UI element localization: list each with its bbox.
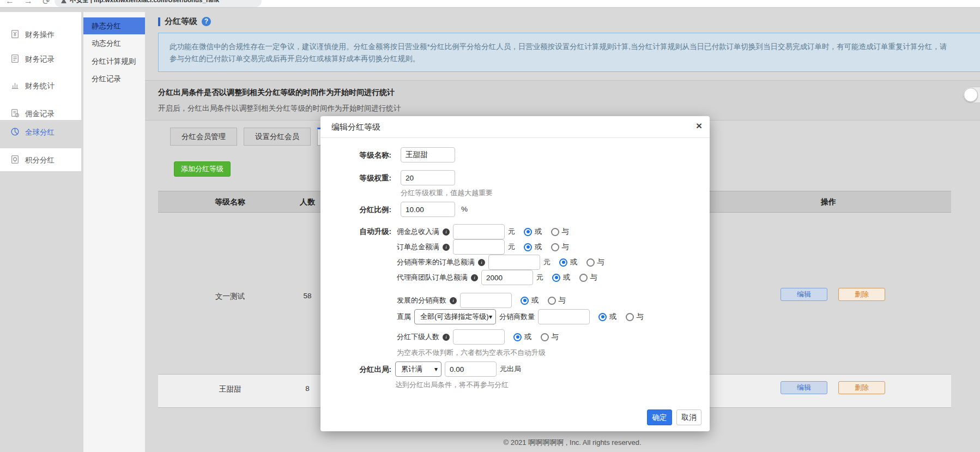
delete-button[interactable]: 删除	[838, 288, 885, 301]
auto-upgrade-row-direct-distributors: 直属 全部(可选择指定等级) ▾ 分销商数量 或 与	[397, 309, 644, 324]
direct-level-select[interactable]: 全部(可选择指定等级) ▾	[414, 309, 496, 324]
auto-upgrade-label: 自动升级:	[320, 227, 391, 237]
stat-setting-panel: 分红出局条件是否以调整到相关分红等级的时间作为开始时间进行统计 开启后，分红出局…	[145, 80, 980, 120]
yuan-suffix: 元	[508, 227, 515, 237]
forward-icon[interactable]: →	[24, 0, 33, 6]
distributor-order-total-input[interactable]	[488, 255, 540, 270]
yuan-suffix: 元	[536, 273, 543, 282]
chevron-down-icon: ▾	[434, 365, 438, 373]
radio-and[interactable]	[586, 258, 595, 267]
agent-team-order-total-input[interactable]	[481, 270, 533, 285]
select-value: 全部(可选择指定等级)	[420, 312, 489, 322]
order-total-input[interactable]	[453, 239, 505, 255]
commission-total-input[interactable]	[453, 224, 505, 239]
cell-level-name: 王甜甜	[205, 384, 255, 394]
info-icon[interactable]: i	[471, 274, 478, 281]
auto-upgrade-row-order-amount: 订单总金额满 i 元 或 与	[397, 239, 569, 255]
radio-or-label: 或	[531, 296, 539, 305]
tab-bonus-member-manage[interactable]: 分红会员管理	[170, 128, 237, 146]
bonus-out-label: 分红出局:	[320, 365, 391, 375]
stat-setting-title: 分红出局条件是否以调整到相关分红等级的时间作为开始时间进行统计	[158, 88, 395, 98]
level-name-input[interactable]	[401, 147, 455, 162]
level-weight-label: 等级权重:	[320, 173, 391, 183]
help-icon[interactable]: ?	[202, 17, 211, 26]
sidebar-item-label: 全球分红	[25, 128, 55, 137]
radio-or[interactable]	[521, 297, 529, 305]
radio-or-label: 或	[524, 332, 532, 342]
sidebar-item-global-bonus[interactable]: 全球分红	[0, 127, 81, 137]
notice-line-2: 参与分红的已付款订单交易完成后再开启分红或核算好成本再切换分红规则。	[170, 53, 980, 65]
modal-title: 编辑分红等级	[331, 122, 380, 132]
weight-hint: 分红等级权重，值越大越重要	[401, 188, 493, 198]
sidebar-item-finance-records[interactable]: 财务记录	[0, 54, 81, 64]
address-url[interactable]: 不安全 | mp.wxixiwxienxiaci.com/User/bonus_…	[70, 0, 219, 6]
notice-line-1: 此功能在微信中的合规性存在一定争议，建议谨慎使用。分红金额将按日营业额*分红比例…	[170, 41, 980, 53]
submenu-item-static-bonus[interactable]: 静态分红	[83, 17, 145, 34]
info-icon[interactable]: i	[478, 259, 485, 266]
back-icon[interactable]: ←	[5, 0, 14, 6]
yuan-suffix: 元	[543, 257, 551, 267]
page-title-bar: 分红等级 ?	[158, 16, 211, 27]
tab-set-bonus-member[interactable]: 设置分红会员	[244, 128, 311, 146]
sidebar-item-commission-records[interactable]: 佣金记录	[0, 109, 81, 118]
bonus-ratio-label: 分红比例:	[320, 205, 391, 215]
direct-distributor-count-input[interactable]	[538, 309, 590, 324]
info-icon[interactable]: i	[443, 244, 450, 251]
close-icon[interactable]: ×	[696, 120, 702, 131]
cancel-button[interactable]: 取消	[676, 409, 701, 425]
yuan-suffix: 元	[508, 242, 515, 252]
confirm-button[interactable]: 确定	[647, 409, 672, 425]
radio-and[interactable]	[548, 297, 556, 305]
submenu-item-bonus-records[interactable]: 分红记录	[83, 74, 145, 84]
sidebar-item-points-bonus[interactable]: 积分分红	[0, 155, 81, 165]
radio-or[interactable]	[524, 228, 532, 236]
radio-and-label: 与	[637, 312, 644, 322]
auto-upgrade-row-distributor-orders: 分销商带来的订单总额满 i 元 或 与	[397, 255, 604, 270]
edit-button[interactable]: 编辑	[781, 381, 827, 394]
radio-and[interactable]	[579, 274, 588, 282]
sidebar-item-finance-ops[interactable]: 财务操作	[0, 29, 81, 39]
sidebar-item-finance-stats[interactable]: 财务统计	[0, 81, 81, 91]
radio-and[interactable]	[541, 333, 549, 341]
info-icon[interactable]: i	[443, 228, 450, 236]
bonus-subordinate-count-input[interactable]	[453, 329, 505, 345]
bonus-out-mode-select[interactable]: 累计满 ▾	[395, 361, 441, 377]
sidebar-item-label: 佣金记录	[25, 109, 55, 119]
radio-and[interactable]	[626, 313, 634, 321]
edit-button[interactable]: 编辑	[781, 288, 827, 301]
bonus-ratio-input[interactable]	[401, 202, 455, 217]
radio-or[interactable]	[559, 258, 567, 267]
submenu-item-dynamic-bonus[interactable]: 动态分红	[83, 39, 145, 49]
toggle-knob	[964, 88, 978, 102]
developed-distributor-count-input[interactable]	[460, 293, 512, 308]
level-name-label: 等级名称:	[320, 150, 391, 160]
chevron-down-icon: ▾	[489, 313, 492, 321]
info-icon[interactable]: i	[450, 297, 457, 304]
radio-or[interactable]	[598, 313, 607, 321]
level-weight-input[interactable]	[401, 170, 455, 185]
document-icon	[10, 54, 20, 63]
submenu-item-bonus-calc-rules[interactable]: 分红计算规则	[83, 57, 145, 67]
row-label: 佣金总收入满	[397, 227, 439, 237]
radio-or[interactable]	[524, 243, 532, 251]
row-label: 分红下级人数	[397, 332, 439, 342]
sidebar-group-finance: 财务操作 财务记录 财务统计 佣金记录	[0, 12, 81, 120]
radio-and[interactable]	[551, 243, 559, 251]
radio-and-label: 与	[562, 227, 570, 237]
radio-and[interactable]	[551, 228, 559, 236]
auto-upgrade-row-commission: 佣金总收入满 i 元 或 与	[397, 224, 569, 239]
delete-button[interactable]: 删除	[838, 381, 885, 394]
address-bar[interactable]: 不安全 | mp.wxixiwxienxiaci.com/User/bonus_…	[55, 0, 262, 7]
page-title: 分红等级	[165, 16, 197, 27]
radio-or[interactable]	[513, 333, 522, 341]
cell-level-name: 文一测试	[205, 292, 255, 302]
compliance-notice: 此功能在微信中的合规性存在一定争议，建议谨慎使用。分红金额将按日营业额*分红比例…	[158, 33, 980, 72]
row-label: 订单总金额满	[397, 242, 439, 252]
reload-icon[interactable]: ⟳	[43, 0, 50, 7]
radio-and-label: 与	[590, 273, 598, 282]
add-bonus-level-button[interactable]: 添加分红等级	[174, 161, 231, 177]
info-icon[interactable]: i	[443, 334, 450, 341]
stat-toggle-switch[interactable]	[963, 87, 980, 103]
bonus-out-amount-input[interactable]	[445, 361, 497, 377]
radio-or[interactable]	[552, 274, 560, 282]
